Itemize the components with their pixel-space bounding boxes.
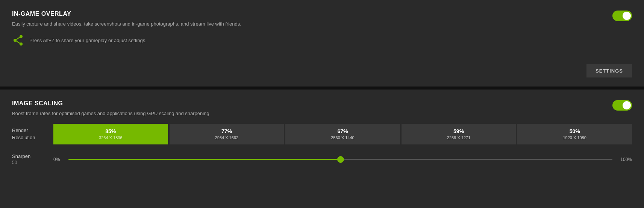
sharpen-min-label: 0%	[53, 157, 64, 162]
in-game-overlay-section: IN-GAME OVERLAY Easily capture and share…	[0, 0, 644, 87]
svg-point-2	[20, 43, 23, 46]
render-resolution-row: RenderResolution 85% 3264 X 1836 77% 295…	[12, 124, 632, 144]
res-option-59[interactable]: 59% 2259 X 1271	[402, 124, 516, 144]
toggle-knob	[623, 12, 631, 20]
svg-point-0	[20, 35, 23, 38]
settings-button[interactable]: SETTINGS	[586, 64, 632, 77]
svg-point-1	[14, 39, 17, 42]
scaling-toggle-track	[612, 100, 632, 111]
section-divider	[0, 87, 644, 90]
svg-line-3	[17, 37, 20, 39]
sharpen-row: Sharpen 50 0% 100%	[12, 153, 632, 165]
sharpen-slider-container: 0% 100%	[53, 156, 632, 163]
scaling-toggle-knob	[623, 101, 631, 109]
sharpen-label-group: Sharpen 50	[12, 153, 53, 165]
res-option-67[interactable]: 67% 2560 X 1440	[285, 124, 400, 144]
share-hint-text: Press Alt+Z to share your gameplay or ad…	[29, 38, 147, 43]
sharpen-max-label: 100%	[617, 157, 632, 162]
resolution-options: 85% 3264 X 1836 77% 2954 X 1662 67% 2560…	[53, 124, 632, 144]
render-resolution-label: RenderResolution	[12, 127, 53, 141]
res-option-85[interactable]: 85% 3264 X 1836	[53, 124, 168, 144]
svg-line-4	[17, 41, 20, 43]
image-scaling-section: IMAGE SCALING Boost frame rates for opti…	[0, 90, 644, 208]
scaling-description: Boost frame rates for optimised games an…	[12, 111, 350, 116]
toggle-track	[612, 11, 632, 21]
scaling-toggle[interactable]	[612, 100, 632, 112]
sharpen-thumb[interactable]	[337, 156, 344, 163]
sharpen-slider[interactable]	[68, 156, 612, 163]
res-option-50[interactable]: 50% 1920 X 1080	[517, 124, 632, 144]
sharpen-track	[68, 159, 612, 160]
overlay-title: IN-GAME OVERLAY	[12, 11, 632, 17]
scaling-title: IMAGE SCALING	[12, 100, 632, 107]
overlay-description: Easily capture and share videos, take sc…	[12, 21, 350, 27]
sharpen-label: Sharpen	[12, 153, 53, 159]
sharpen-value: 50	[12, 160, 53, 165]
res-option-77[interactable]: 77% 2954 X 1662	[170, 124, 284, 144]
share-icon	[12, 34, 24, 46]
overlay-toggle[interactable]	[612, 11, 632, 23]
share-hint-row: Press Alt+Z to share your gameplay or ad…	[12, 34, 632, 46]
